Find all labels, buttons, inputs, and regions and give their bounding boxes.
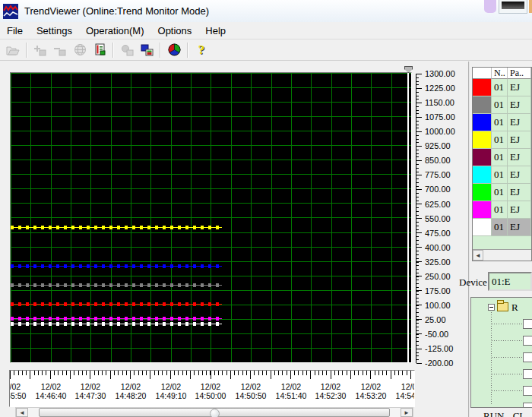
add-pen-button[interactable]: [31, 41, 49, 59]
y-axis-tick: 775.00: [416, 168, 462, 182]
tree-checkbox[interactable]: [523, 336, 532, 346]
trend-line: [11, 226, 222, 229]
y-axis-tick: 550.00: [416, 211, 462, 226]
scroll-left-button[interactable]: ◄: [16, 408, 28, 417]
background-window-button: [499, 0, 527, 14]
scrollbar-grip[interactable]: [210, 409, 220, 417]
panel-divider: [468, 62, 470, 417]
legend-header-param: Pa..: [508, 68, 531, 79]
legend-row[interactable]: 01 EJ: [473, 96, 531, 114]
scrollbar-thumb[interactable]: [39, 408, 390, 417]
time-scrollbar[interactable]: ◄ ►: [15, 407, 413, 417]
legend-scrollbar[interactable]: ◄: [473, 249, 531, 261]
tree-node[interactable]: [471, 333, 532, 349]
menu-help[interactable]: Help: [198, 24, 233, 38]
time-label: 12/0214:48:20: [111, 382, 150, 400]
time-label: 12/0214:46:40: [31, 382, 71, 400]
pen-color-swatch: [473, 166, 492, 184]
pen-color-swatch: [473, 219, 492, 236]
remove-pen-button[interactable]: [51, 41, 69, 59]
tree-node[interactable]: [471, 349, 532, 366]
y-axis-tick: 1300.00: [416, 67, 462, 81]
collapse-icon[interactable]: [488, 304, 495, 311]
pen-color-swatch: [473, 149, 492, 166]
time-label: 12/0214:45:50: [9, 382, 30, 400]
y-axis-tick: 925.00: [416, 139, 462, 153]
legend-row[interactable]: 01 EJ: [473, 149, 531, 166]
toolbar: ?: [0, 39, 532, 61]
tree-children: [471, 316, 532, 408]
legend-header-no: N..: [492, 68, 508, 79]
cursor-line[interactable]: [407, 73, 409, 362]
tree-node[interactable]: [471, 316, 532, 333]
y-axis-tick: 475.00: [416, 226, 462, 240]
title-bar: TrendViewer (Online:Trend Monitor Mode): [0, 0, 532, 23]
y-axis-tick: 250.00: [416, 269, 462, 283]
tree-checkbox[interactable]: [523, 369, 532, 379]
pen-color-swatch: [473, 184, 492, 201]
plus-pen-icon: [33, 44, 47, 56]
y-axis-tick: 625.00: [416, 197, 462, 211]
legend-row[interactable]: 01 EJ: [473, 166, 531, 184]
menu-operation[interactable]: Operation(M): [79, 24, 151, 38]
pen-color-swatch: [473, 79, 492, 96]
network-button[interactable]: [71, 41, 89, 59]
time-ruler-major-ticks: [10, 371, 414, 379]
background-window-fragment: [484, 0, 496, 13]
report-output-button[interactable]: [90, 41, 109, 59]
time-label: 12/0214:52:30: [311, 382, 350, 400]
trend-line: [11, 317, 222, 321]
legend-row[interactable]: 01 EJ: [473, 184, 531, 201]
menu-options[interactable]: Options: [151, 24, 199, 38]
time-label: 12/0214:49:10: [151, 382, 191, 400]
tree-checkbox[interactable]: [523, 319, 532, 329]
y-axis-tick: 700.00: [416, 182, 462, 197]
trend-line: [11, 322, 222, 326]
legend-row[interactable]: 01 EJ: [473, 131, 531, 149]
legend-row[interactable]: 01 EJ: [473, 114, 531, 131]
legend-row-selected[interactable]: 01 EJ: [473, 219, 531, 236]
help-button[interactable]: ?: [192, 41, 211, 59]
pen-legend-table: N.. Pa.. 01 EJ 01 EJ 01 EJ 01 EJ 01 EJ: [472, 67, 532, 261]
color-graph-button[interactable]: [165, 41, 183, 59]
window-arrange-icon: [141, 44, 154, 56]
window-arrange-button[interactable]: [138, 41, 156, 59]
help-icon: ?: [198, 43, 205, 58]
legend-header-row: N.. Pa..: [473, 68, 531, 79]
legend-row[interactable]: 01 EJ: [473, 201, 531, 219]
open-trend-file-button[interactable]: [4, 41, 22, 59]
scroll-right-button[interactable]: ►: [401, 408, 413, 417]
time-label: 12/0214:50:00: [191, 382, 230, 400]
device-field[interactable]: 01:E: [488, 272, 532, 291]
tree-connector: [492, 340, 523, 341]
y-axis-tick: 1000.00: [416, 125, 462, 139]
tree-connector: [492, 407, 523, 408]
tree-checkbox[interactable]: [523, 352, 532, 362]
y-axis-labels: 1300.00 1225.00 1150.00 1075.00 1000.00 …: [416, 67, 462, 371]
pen-circle-icon: [121, 44, 134, 56]
tree-checkbox[interactable]: [523, 403, 532, 408]
menu-settings[interactable]: Settings: [30, 24, 79, 38]
tree-checkbox[interactable]: [523, 386, 532, 396]
minus-pen-icon: [53, 44, 67, 56]
tree-node[interactable]: [471, 366, 532, 383]
y-axis-tick: 1075.00: [416, 110, 462, 125]
trend-line: [11, 264, 222, 268]
legend-row[interactable]: 01 EJ: [473, 79, 531, 96]
menu-bar: File Settings Operation(M) Options Help: [0, 22, 532, 39]
menu-file[interactable]: File: [0, 24, 30, 38]
open-folder-icon: [6, 44, 20, 56]
y-axis-tick: 325.00: [416, 254, 462, 269]
pen-color-swatch: [473, 201, 492, 219]
tree-root-node[interactable]: R: [471, 301, 532, 314]
legend-scrollbar-track[interactable]: [483, 250, 531, 261]
pen-assign-button[interactable]: [118, 41, 136, 59]
scrollbar-track[interactable]: [28, 408, 401, 417]
tree-node[interactable]: [471, 383, 532, 400]
trend-chart-frame: [10, 72, 412, 363]
y-axis-tick: 1150.00: [416, 96, 462, 110]
device-label: Device: [459, 276, 487, 289]
tree-node[interactable]: [471, 400, 532, 408]
pen-color-swatch: [473, 131, 492, 149]
legend-scroll-left-button[interactable]: ◄: [473, 250, 483, 261]
